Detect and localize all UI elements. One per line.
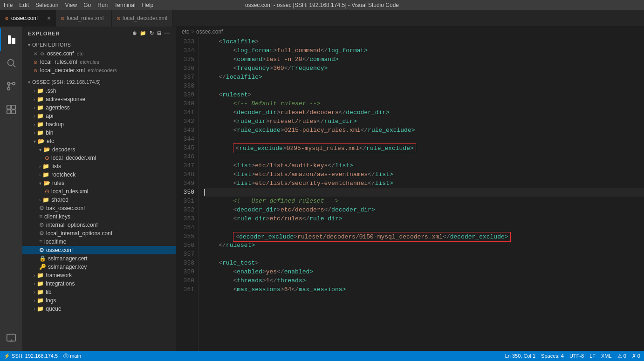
status-ssh[interactable]: ⚡ SSH: 192.168.174.5: [4, 353, 58, 359]
tree-item-agentless[interactable]: › 📁 agentless: [22, 103, 176, 112]
code-line[interactable]: <!-- User-defined ruleset -->: [204, 197, 644, 205]
code-line[interactable]: <command>last -n 20</command>: [204, 55, 644, 64]
code-line[interactable]: <max_sessions>64</max_sessions>: [204, 285, 644, 294]
more-actions-icon[interactable]: ···: [164, 30, 170, 36]
code-line[interactable]: <decoder_exclude>ruleset/decoders/0150-m…: [204, 232, 644, 241]
code-line[interactable]: <threads>1</threads>: [204, 276, 644, 285]
tree-item-backup[interactable]: › 📁 backup: [22, 120, 176, 129]
code-line[interactable]: [204, 223, 644, 232]
tree-item-rootcheck[interactable]: › 📁 rootcheck: [22, 170, 176, 179]
code-line[interactable]: [204, 250, 644, 259]
open-editor-decoder-name: local_decoder.xml: [40, 67, 85, 74]
code-line[interactable]: <enabled>yes</enabled>: [204, 267, 644, 276]
tab-local-rules[interactable]: ⊙ local_rules.xml: [56, 10, 112, 27]
menu-terminal[interactable]: Terminal: [114, 2, 135, 8]
code-line[interactable]: <rule_dir>ruleset/rules</rule_dir>: [204, 117, 644, 126]
tree-item-queue[interactable]: › 📁 queue: [22, 305, 176, 313]
status-encoding[interactable]: UTF-8: [569, 353, 584, 359]
menu-edit[interactable]: Edit: [19, 2, 29, 8]
activity-remote[interactable]: [0, 327, 22, 349]
tab-local-decoder[interactable]: ⊙ local_decoder.xml: [112, 10, 172, 27]
tree-item-api[interactable]: › 📁 api: [22, 112, 176, 120]
code-line[interactable]: [204, 152, 644, 161]
code-line[interactable]: <log_format>full_command</log_format>: [204, 46, 644, 55]
code-line[interactable]: <decoder_dir>ruleset/decoders</decoder_d…: [204, 108, 644, 117]
breadcrumb-etc[interactable]: etc: [182, 28, 189, 35]
tree-item-localtime[interactable]: ≡ localtime: [22, 238, 176, 246]
code-line[interactable]: <list>etc/lists/security-eventchannel</l…: [204, 179, 644, 188]
code-line[interactable]: </localfile>: [204, 73, 644, 82]
code-line[interactable]: <rule_exclude>0295-mysql_rules.xml</rule…: [204, 143, 644, 152]
status-ln-col[interactable]: Ln 350, Col 1: [505, 353, 535, 359]
collapse-icon[interactable]: ⊟: [157, 30, 162, 36]
menu-help[interactable]: Help: [142, 2, 154, 8]
tree-item-integrations[interactable]: › 📁 integrations: [22, 279, 176, 288]
tab-close-icon[interactable]: ✕: [47, 16, 51, 21]
menu-selection[interactable]: Selection: [35, 2, 58, 8]
explorer-actions[interactable]: ⊕ 📁 ↻ ⊟ ···: [132, 30, 170, 36]
activity-extensions[interactable]: [0, 98, 22, 121]
activity-search[interactable]: [0, 52, 22, 74]
tree-item-local-rules[interactable]: ⊙ local_rules.xml: [22, 187, 176, 196]
code-area[interactable]: <localfile> <log_format>full_command</lo…: [199, 37, 644, 351]
tree-item-sslmanager-key[interactable]: 🔑 sslmanager.key: [22, 263, 176, 271]
code-line[interactable]: </ruleset>: [204, 241, 644, 250]
menu-run[interactable]: Run: [97, 2, 108, 8]
tree-item-sslmanager-cert[interactable]: 🔒 sslmanager.cert: [22, 254, 176, 263]
tree-root-header[interactable]: ▾ OSSEC [SSH: 192.168.174.5]: [22, 77, 176, 87]
status-spaces[interactable]: Spaces: 4: [541, 353, 564, 359]
code-line[interactable]: [204, 82, 644, 90]
menu-bar[interactable]: File Edit Selection View Go Run Terminal…: [4, 2, 153, 8]
status-lang[interactable]: XML: [601, 353, 612, 359]
tree-item-active-response[interactable]: › 📁 active-response: [22, 95, 176, 103]
tree-item-local-internal-options[interactable]: ⚙ local_internal_options.conf: [22, 229, 176, 238]
menu-file[interactable]: File: [4, 2, 13, 8]
tree-item-client-keys[interactable]: ≡ client.keys: [22, 212, 176, 221]
tree-item-internal-options[interactable]: ⚙ internal_options.conf: [22, 221, 176, 229]
code-line[interactable]: <frequency>360</frequency>: [204, 64, 644, 73]
code-line[interactable]: <!-- Default ruleset -->: [204, 99, 644, 108]
tree-item-ossec-conf[interactable]: ⚙ ossec.conf: [22, 246, 176, 254]
status-warnings[interactable]: ⚠ 0: [617, 353, 626, 359]
tree-item-logs[interactable]: › 📁 logs: [22, 296, 176, 305]
tab-ossec-conf[interactable]: ⚙ ossec.conf ✕: [0, 10, 56, 27]
status-errors[interactable]: ✗ 0: [632, 353, 640, 359]
code-line[interactable]: [204, 135, 644, 143]
tree-item-bin[interactable]: › 📁 bin: [22, 129, 176, 137]
open-editor-local-decoder[interactable]: ⊙ local_decoder.xml etc/decoders: [22, 66, 176, 75]
open-editor-ossec[interactable]: ✕ ⚙ ossec.conf etc: [22, 49, 176, 58]
code-line[interactable]: <list>etc/lists/audit-keys</list>: [204, 161, 644, 170]
tree-item-bak-ossec[interactable]: ⚙ bak_ossec.conf: [22, 204, 176, 212]
code-line[interactable]: <localfile>: [204, 37, 644, 46]
menu-view[interactable]: View: [65, 2, 77, 8]
tree-item-decoders[interactable]: ▾ 📂 decoders: [22, 145, 176, 154]
code-line[interactable]: [204, 188, 644, 197]
code-line[interactable]: <rule_dir>etc/rules</rule_dir>: [204, 214, 644, 223]
code-line[interactable]: <ruleset>: [204, 90, 644, 99]
tree-item-lists[interactable]: › 📁 lists: [22, 162, 176, 170]
new-file-icon[interactable]: ⊕: [132, 30, 137, 36]
menu-go[interactable]: Go: [83, 2, 91, 8]
code-line[interactable]: <rule_test>: [204, 259, 644, 267]
editor-content[interactable]: 3333343353363373383393403413423433443453…: [176, 37, 644, 351]
tree-item-shared[interactable]: › 📁 shared: [22, 196, 176, 204]
status-branch[interactable]: ⓪ main: [63, 353, 81, 360]
new-folder-icon[interactable]: 📁: [140, 30, 147, 36]
open-editor-local-rules[interactable]: ⊙ local_rules.xml etc/rules: [22, 58, 176, 66]
refresh-icon[interactable]: ↻: [150, 30, 154, 36]
tree-item-lib[interactable]: › 📁 lib: [22, 288, 176, 296]
close-icon[interactable]: ✕: [34, 51, 37, 56]
activity-explorer[interactable]: [0, 28, 22, 51]
tree-item-rules[interactable]: ▾ 📂 rules: [22, 179, 176, 187]
breadcrumb-file[interactable]: ossec.conf: [196, 28, 223, 35]
tree-item-etc[interactable]: ▾ 📂 etc: [22, 137, 176, 145]
tree-item-local-decoder[interactable]: ⊙ local_decoder.xml: [22, 154, 176, 162]
code-line[interactable]: <rule_exclude>0215-policy_rules.xml</rul…: [204, 126, 644, 135]
activity-source-control[interactable]: [0, 75, 22, 97]
status-eol[interactable]: LF: [589, 353, 596, 359]
code-line[interactable]: <list>etc/lists/amazon/aws-eventnames</l…: [204, 170, 644, 179]
tree-item-ssh[interactable]: › 📁 .ssh: [22, 87, 176, 95]
code-line[interactable]: <decoder_dir>etc/decoders</decoder_dir>: [204, 205, 644, 214]
tree-item-framework[interactable]: › 📁 framework: [22, 271, 176, 279]
open-editors-header[interactable]: ▾ OPEN EDITORS: [22, 40, 176, 49]
